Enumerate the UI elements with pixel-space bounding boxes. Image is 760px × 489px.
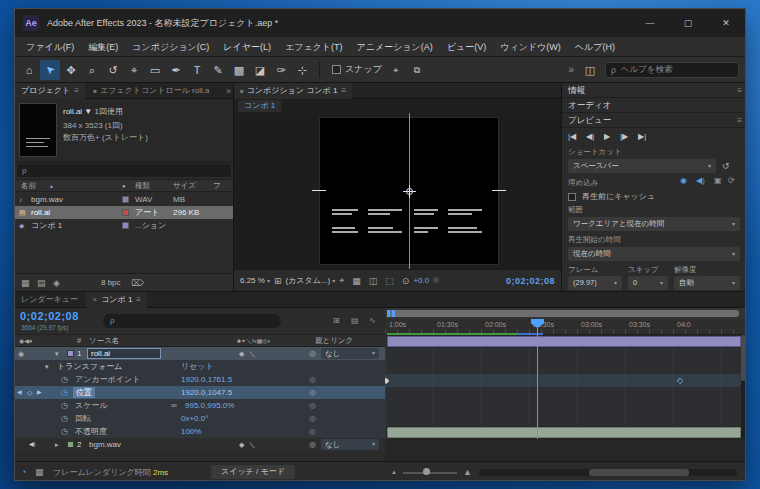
layer-label-swatch[interactable] bbox=[67, 441, 74, 448]
audio-on-icon[interactable]: ◀) bbox=[29, 438, 36, 451]
stopwatch-icon-active[interactable]: ◷ bbox=[61, 386, 68, 399]
layer-bar-roll[interactable] bbox=[387, 336, 741, 347]
reset-icon[interactable]: ↺ bbox=[722, 159, 730, 173]
project-tabs-overflow[interactable]: » bbox=[226, 83, 231, 99]
timeline-horizontal-scrollbar[interactable] bbox=[479, 469, 737, 476]
render-time-icon[interactable]: ◔ bbox=[21, 462, 26, 481]
menu-edit[interactable]: 編集(E) bbox=[81, 37, 125, 57]
snap-to-features-icon[interactable]: ⧉ bbox=[407, 60, 427, 80]
toolbar-overflow-button[interactable]: » bbox=[562, 64, 580, 75]
zoom-level-dropdown[interactable]: 6.25 %▾ bbox=[240, 276, 270, 285]
play-from-dropdown[interactable]: 現在の時間▾ bbox=[568, 247, 740, 261]
property-row-position[interactable]: ◀ ◇ ▶ ◷ 位置 1920.0,1047.5 ◎ bbox=[15, 386, 385, 399]
panel-menu-icon[interactable]: ≡ bbox=[74, 86, 79, 95]
twirl-open-icon[interactable]: ▾ bbox=[55, 347, 59, 360]
resolution-dropdown[interactable]: (カスタム...)▾ bbox=[285, 275, 335, 286]
pickwhip-icon[interactable]: ◎ bbox=[309, 438, 316, 451]
viewer-timecode[interactable]: 0;02;02;08 bbox=[506, 276, 555, 286]
pickwhip-icon[interactable]: ◎ bbox=[309, 425, 316, 438]
snapshot-icon[interactable]: ⌾ bbox=[433, 275, 438, 286]
composition-mini-flowchart-icon[interactable]: ⊞ bbox=[333, 308, 340, 334]
keyframe-next-icon[interactable]: ▶ bbox=[37, 386, 42, 399]
menu-window[interactable]: ウィンドウ(W) bbox=[493, 37, 568, 57]
zoom-out-mountain-icon[interactable]: ▲ bbox=[391, 462, 397, 481]
info-panel-header[interactable]: 情報 ≡ bbox=[562, 83, 746, 98]
twirl-open-icon[interactable]: ▾ bbox=[45, 360, 49, 373]
property-label[interactable]: スケール bbox=[75, 399, 108, 412]
tab-composition[interactable]: ■コンポジション コンポ 1≡ bbox=[234, 83, 352, 99]
stopwatch-icon[interactable]: ◷ bbox=[61, 373, 68, 386]
property-value[interactable]: 100% bbox=[181, 425, 201, 438]
skip-dropdown[interactable]: 0▾ bbox=[628, 276, 668, 290]
new-composition-icon[interactable]: ◈ bbox=[53, 274, 60, 291]
snap-to-edges-icon[interactable]: ⌖ bbox=[386, 60, 406, 80]
panel-menu-icon[interactable]: ≡ bbox=[737, 113, 742, 128]
tab-project[interactable]: プロジェクト≡ bbox=[15, 83, 85, 99]
close-button[interactable]: ✕ bbox=[707, 9, 745, 37]
stopwatch-icon[interactable]: ◷ bbox=[61, 425, 68, 438]
first-frame-button[interactable]: |◀ bbox=[568, 128, 576, 146]
workspace-icon[interactable]: ◫ bbox=[580, 60, 600, 80]
work-area-end-marker[interactable] bbox=[392, 310, 395, 317]
pan-behind-tool-icon[interactable]: ⌖ bbox=[124, 60, 144, 80]
exposure-icon[interactable]: ⊙ bbox=[402, 276, 410, 286]
property-value[interactable]: 0x+0.0° bbox=[181, 412, 208, 425]
layer-row-roll[interactable]: ◉ ▾ 1 roll.ai ◆＼ ◎ なし▾ bbox=[15, 347, 385, 360]
layer-label-swatch[interactable] bbox=[67, 350, 74, 357]
trash-icon[interactable]: ⌦ bbox=[131, 274, 144, 291]
column-type[interactable]: 種類 bbox=[135, 180, 150, 192]
menu-help[interactable]: ヘルプ(H) bbox=[568, 37, 622, 57]
project-bit-depth[interactable]: 8 bpc bbox=[101, 274, 121, 291]
region-of-interest-icon[interactable]: ⌖ bbox=[339, 275, 344, 286]
property-label[interactable]: 回転 bbox=[75, 412, 91, 425]
project-item-roll[interactable]: ▤ roll.ai アート 296 KB bbox=[15, 206, 233, 219]
property-row-rotation[interactable]: ◷ 回転 0x+0.0° ◎ bbox=[15, 412, 385, 425]
property-label[interactable]: アンカーポイント bbox=[75, 373, 140, 386]
cache-before-playback-checkbox[interactable] bbox=[568, 193, 576, 201]
menu-effect[interactable]: エフェクト(T) bbox=[278, 37, 350, 57]
pickwhip-icon[interactable]: ◎ bbox=[309, 386, 316, 399]
pickwhip-icon[interactable]: ◎ bbox=[309, 347, 316, 360]
home-tool-icon[interactable]: ⌂ bbox=[19, 60, 39, 80]
switches-modes-button[interactable]: スイッチ / モード bbox=[211, 465, 295, 479]
maximize-button[interactable]: ▢ bbox=[669, 9, 707, 37]
loop-icon[interactable]: ⟳ bbox=[728, 176, 735, 185]
frame-rate-dropdown[interactable]: (29.97)▾ bbox=[568, 276, 622, 290]
label-swatch[interactable] bbox=[122, 209, 129, 216]
scrollbar-thumb[interactable] bbox=[589, 469, 689, 476]
audio-include-icon[interactable]: ◀) bbox=[696, 176, 705, 185]
tab-effect-controls[interactable]: ■エフェクトコントロール roll.ai bbox=[87, 83, 209, 99]
keyframe-prev-icon[interactable]: ◀ bbox=[17, 386, 22, 399]
keyframe-diamond[interactable]: ◆ bbox=[385, 374, 389, 387]
help-search-input[interactable]: ρ ヘルプを検索 bbox=[605, 62, 739, 78]
column-label-swatch-icon[interactable]: ● bbox=[122, 180, 126, 192]
panel-menu-icon[interactable]: ≡ bbox=[136, 295, 141, 304]
exposure-value[interactable]: +0.0 bbox=[413, 276, 429, 285]
minimize-button[interactable]: — bbox=[631, 9, 669, 37]
tab-render-queue[interactable]: レンダーキュー bbox=[15, 292, 84, 308]
current-time-indicator-line[interactable] bbox=[537, 321, 538, 439]
range-dropdown[interactable]: ワークエリアと現在の時間▾ bbox=[568, 217, 740, 231]
channel-toggle-icon[interactable]: ⬚ bbox=[385, 276, 394, 286]
menu-animation[interactable]: アニメーション(A) bbox=[350, 37, 440, 57]
label-swatch[interactable] bbox=[122, 196, 129, 203]
puppet-pin-tool-icon[interactable]: ⊹ bbox=[292, 60, 312, 80]
grid-guides-icon[interactable]: ⊞ bbox=[274, 276, 282, 286]
layer-switches[interactable]: ◆＼ bbox=[239, 347, 259, 360]
composition-viewer[interactable] bbox=[234, 113, 561, 269]
previous-frame-button[interactable]: ◀| bbox=[586, 128, 594, 146]
graph-editor-icon[interactable]: ∿ bbox=[369, 308, 376, 334]
type-tool-icon[interactable]: T bbox=[187, 60, 207, 80]
transform-reset-link[interactable]: リセット bbox=[181, 360, 214, 373]
tab-timeline-comp1[interactable]: ×コンポ 1≡ bbox=[86, 292, 147, 308]
menu-file[interactable]: ファイル(F) bbox=[19, 37, 81, 57]
property-value[interactable]: 995.0,995.0% bbox=[185, 399, 234, 412]
resolution-dropdown[interactable]: 自動▾ bbox=[674, 276, 740, 290]
time-navigator-strip[interactable] bbox=[385, 308, 746, 319]
anchor-point-crosshair[interactable] bbox=[403, 185, 416, 198]
video-include-icon[interactable]: ◉ bbox=[680, 176, 687, 185]
transform-group-row[interactable]: ▾ トランスフォーム リセット bbox=[15, 360, 385, 373]
property-row-scale[interactable]: ◷ スケール ∞ 995.0,995.0% ◎ bbox=[15, 399, 385, 412]
panel-menu-icon[interactable]: ≡ bbox=[341, 86, 346, 95]
layer-row-bgm[interactable]: ◀) ▸ 2 bgm.wav ◆＼ ◎ なし▾ bbox=[15, 438, 385, 451]
